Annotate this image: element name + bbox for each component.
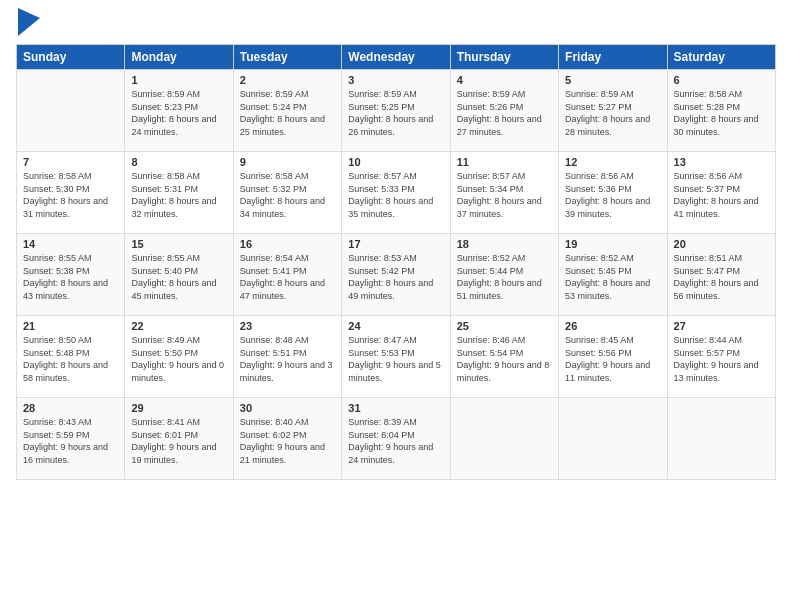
day-cell: 26Sunrise: 8:45 AMSunset: 5:56 PMDayligh… [559,316,667,398]
day-info: Sunrise: 8:45 AMSunset: 5:56 PMDaylight:… [565,334,660,384]
day-cell: 18Sunrise: 8:52 AMSunset: 5:44 PMDayligh… [450,234,558,316]
day-cell: 12Sunrise: 8:56 AMSunset: 5:36 PMDayligh… [559,152,667,234]
calendar-table: SundayMondayTuesdayWednesdayThursdayFrid… [16,44,776,480]
day-info: Sunrise: 8:50 AMSunset: 5:48 PMDaylight:… [23,334,118,384]
day-cell: 17Sunrise: 8:53 AMSunset: 5:42 PMDayligh… [342,234,450,316]
day-info: Sunrise: 8:39 AMSunset: 6:04 PMDaylight:… [348,416,443,466]
day-info: Sunrise: 8:43 AMSunset: 5:59 PMDaylight:… [23,416,118,466]
day-info: Sunrise: 8:51 AMSunset: 5:47 PMDaylight:… [674,252,769,302]
day-info: Sunrise: 8:49 AMSunset: 5:50 PMDaylight:… [131,334,226,384]
day-info: Sunrise: 8:48 AMSunset: 5:51 PMDaylight:… [240,334,335,384]
day-cell: 10Sunrise: 8:57 AMSunset: 5:33 PMDayligh… [342,152,450,234]
day-cell: 20Sunrise: 8:51 AMSunset: 5:47 PMDayligh… [667,234,775,316]
day-number: 24 [348,320,443,332]
day-header: Wednesday [342,45,450,70]
day-cell: 5Sunrise: 8:59 AMSunset: 5:27 PMDaylight… [559,70,667,152]
week-row: 28Sunrise: 8:43 AMSunset: 5:59 PMDayligh… [17,398,776,480]
week-row: 1Sunrise: 8:59 AMSunset: 5:23 PMDaylight… [17,70,776,152]
day-info: Sunrise: 8:47 AMSunset: 5:53 PMDaylight:… [348,334,443,384]
day-number: 31 [348,402,443,414]
day-info: Sunrise: 8:59 AMSunset: 5:26 PMDaylight:… [457,88,552,138]
day-info: Sunrise: 8:59 AMSunset: 5:23 PMDaylight:… [131,88,226,138]
svg-marker-0 [18,8,40,36]
day-number: 21 [23,320,118,332]
day-number: 8 [131,156,226,168]
day-cell: 11Sunrise: 8:57 AMSunset: 5:34 PMDayligh… [450,152,558,234]
day-number: 13 [674,156,769,168]
day-cell: 29Sunrise: 8:41 AMSunset: 6:01 PMDayligh… [125,398,233,480]
day-cell: 7Sunrise: 8:58 AMSunset: 5:30 PMDaylight… [17,152,125,234]
day-number: 6 [674,74,769,86]
day-info: Sunrise: 8:41 AMSunset: 6:01 PMDaylight:… [131,416,226,466]
day-header: Tuesday [233,45,341,70]
day-number: 14 [23,238,118,250]
day-info: Sunrise: 8:59 AMSunset: 5:27 PMDaylight:… [565,88,660,138]
day-number: 1 [131,74,226,86]
day-number: 30 [240,402,335,414]
day-number: 19 [565,238,660,250]
day-cell: 3Sunrise: 8:59 AMSunset: 5:25 PMDaylight… [342,70,450,152]
day-header: Friday [559,45,667,70]
day-number: 22 [131,320,226,332]
day-number: 10 [348,156,443,168]
day-number: 26 [565,320,660,332]
day-cell: 28Sunrise: 8:43 AMSunset: 5:59 PMDayligh… [17,398,125,480]
day-cell: 4Sunrise: 8:59 AMSunset: 5:26 PMDaylight… [450,70,558,152]
day-info: Sunrise: 8:52 AMSunset: 5:45 PMDaylight:… [565,252,660,302]
day-number: 16 [240,238,335,250]
day-cell: 19Sunrise: 8:52 AMSunset: 5:45 PMDayligh… [559,234,667,316]
day-info: Sunrise: 8:58 AMSunset: 5:32 PMDaylight:… [240,170,335,220]
week-row: 21Sunrise: 8:50 AMSunset: 5:48 PMDayligh… [17,316,776,398]
day-cell: 14Sunrise: 8:55 AMSunset: 5:38 PMDayligh… [17,234,125,316]
day-number: 12 [565,156,660,168]
day-header: Saturday [667,45,775,70]
day-cell [17,70,125,152]
day-number: 4 [457,74,552,86]
logo-icon [18,8,40,36]
day-cell: 13Sunrise: 8:56 AMSunset: 5:37 PMDayligh… [667,152,775,234]
day-cell: 8Sunrise: 8:58 AMSunset: 5:31 PMDaylight… [125,152,233,234]
day-number: 27 [674,320,769,332]
day-info: Sunrise: 8:57 AMSunset: 5:34 PMDaylight:… [457,170,552,220]
day-cell: 22Sunrise: 8:49 AMSunset: 5:50 PMDayligh… [125,316,233,398]
day-number: 18 [457,238,552,250]
day-info: Sunrise: 8:56 AMSunset: 5:36 PMDaylight:… [565,170,660,220]
logo [16,12,40,36]
day-number: 11 [457,156,552,168]
day-cell: 15Sunrise: 8:55 AMSunset: 5:40 PMDayligh… [125,234,233,316]
day-info: Sunrise: 8:44 AMSunset: 5:57 PMDaylight:… [674,334,769,384]
week-row: 7Sunrise: 8:58 AMSunset: 5:30 PMDaylight… [17,152,776,234]
day-info: Sunrise: 8:58 AMSunset: 5:30 PMDaylight:… [23,170,118,220]
day-number: 3 [348,74,443,86]
page: SundayMondayTuesdayWednesdayThursdayFrid… [0,0,792,612]
day-number: 9 [240,156,335,168]
day-cell: 2Sunrise: 8:59 AMSunset: 5:24 PMDaylight… [233,70,341,152]
day-number: 15 [131,238,226,250]
day-cell: 6Sunrise: 8:58 AMSunset: 5:28 PMDaylight… [667,70,775,152]
week-row: 14Sunrise: 8:55 AMSunset: 5:38 PMDayligh… [17,234,776,316]
day-header: Monday [125,45,233,70]
day-cell [667,398,775,480]
day-info: Sunrise: 8:56 AMSunset: 5:37 PMDaylight:… [674,170,769,220]
day-cell: 31Sunrise: 8:39 AMSunset: 6:04 PMDayligh… [342,398,450,480]
day-number: 5 [565,74,660,86]
day-cell: 24Sunrise: 8:47 AMSunset: 5:53 PMDayligh… [342,316,450,398]
day-number: 25 [457,320,552,332]
day-header: Thursday [450,45,558,70]
day-number: 2 [240,74,335,86]
day-info: Sunrise: 8:59 AMSunset: 5:25 PMDaylight:… [348,88,443,138]
day-cell: 25Sunrise: 8:46 AMSunset: 5:54 PMDayligh… [450,316,558,398]
header-row: SundayMondayTuesdayWednesdayThursdayFrid… [17,45,776,70]
day-cell [559,398,667,480]
day-info: Sunrise: 8:55 AMSunset: 5:40 PMDaylight:… [131,252,226,302]
day-number: 17 [348,238,443,250]
day-number: 28 [23,402,118,414]
day-info: Sunrise: 8:57 AMSunset: 5:33 PMDaylight:… [348,170,443,220]
day-number: 7 [23,156,118,168]
header [16,12,776,36]
day-info: Sunrise: 8:40 AMSunset: 6:02 PMDaylight:… [240,416,335,466]
day-cell: 30Sunrise: 8:40 AMSunset: 6:02 PMDayligh… [233,398,341,480]
day-info: Sunrise: 8:55 AMSunset: 5:38 PMDaylight:… [23,252,118,302]
day-info: Sunrise: 8:59 AMSunset: 5:24 PMDaylight:… [240,88,335,138]
day-cell: 1Sunrise: 8:59 AMSunset: 5:23 PMDaylight… [125,70,233,152]
